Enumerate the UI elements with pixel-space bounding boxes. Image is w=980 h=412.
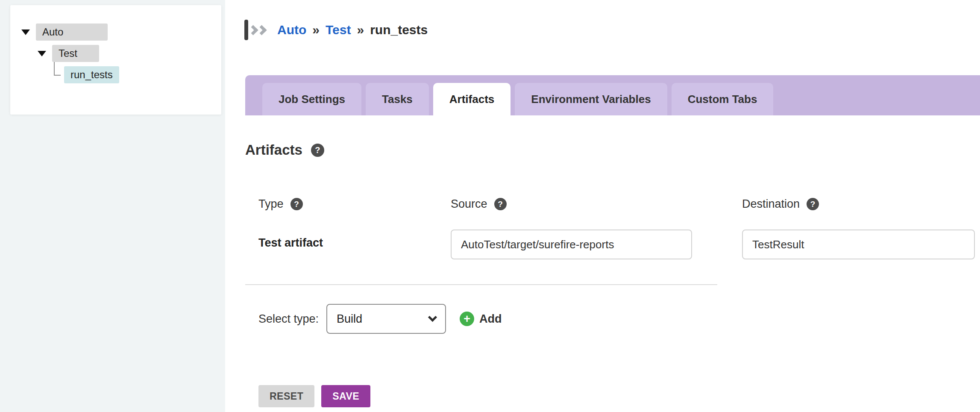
artifact-column-headers: Type ? Source ? Destination ? [245, 197, 980, 211]
column-header-source: Source ? [451, 197, 742, 211]
tree-node-pipeline-label[interactable]: Auto [36, 24, 108, 41]
column-header-destination: Destination ? [742, 197, 980, 211]
artifact-source-cell [451, 230, 742, 259]
artifact-destination-cell [742, 230, 980, 259]
help-icon[interactable]: ? [494, 198, 507, 210]
type-label: Type [258, 197, 284, 211]
tree-node-pipeline: Auto [21, 24, 221, 40]
help-icon[interactable]: ? [311, 144, 324, 157]
form-actions: RESET SAVE [245, 385, 980, 407]
breadcrumb-separator: » [357, 23, 364, 37]
artifact-type-select-wrap: Build [326, 304, 446, 334]
caret-down-icon[interactable] [38, 51, 46, 56]
tab-custom-tabs[interactable]: Custom Tabs [672, 83, 774, 115]
tab-environment-variables[interactable]: Environment Variables [515, 83, 667, 115]
pipeline-tree-region: Auto Test run_tests [0, 0, 225, 412]
help-icon[interactable]: ? [807, 198, 819, 210]
column-header-type: Type ? [258, 197, 451, 211]
artifact-row: Test artifact [245, 230, 980, 259]
source-label: Source [451, 197, 487, 211]
breadcrumb-link-stage[interactable]: Test [326, 23, 351, 37]
save-button[interactable]: SAVE [321, 385, 370, 407]
artifacts-content: Artifacts ? Type ? Source ? Destination … [245, 115, 980, 407]
breadcrumb-separator: » [312, 23, 320, 37]
breadcrumb-current-job: run_tests [370, 23, 428, 37]
caret-down-icon[interactable] [21, 29, 30, 35]
artifacts-section-heading: Artifacts ? [245, 142, 980, 158]
divider [245, 284, 717, 285]
tree-node-stage: Test [38, 45, 221, 62]
tree-node-stage-label[interactable]: Test [52, 45, 99, 62]
fast-forward-icon [244, 20, 265, 40]
main-panel: Auto » Test » run_tests Job Settings Tas… [225, 0, 980, 412]
tab-tasks[interactable]: Tasks [366, 83, 429, 115]
tree-node-job-label[interactable]: run_tests [64, 66, 119, 83]
breadcrumb-link-pipeline[interactable]: Auto [277, 23, 306, 37]
artifact-type-value: Test artifact [258, 230, 323, 250]
destination-label: Destination [742, 197, 800, 211]
tab-bar: Job Settings Tasks Artifacts Environment… [245, 75, 980, 115]
select-type-label: Select type: [258, 312, 319, 326]
add-artifact-row: Select type: Build + Add [245, 304, 980, 334]
add-button-label: Add [479, 312, 502, 326]
help-icon[interactable]: ? [290, 198, 303, 210]
tab-job-settings[interactable]: Job Settings [262, 83, 361, 115]
tree-node-job: run_tests [54, 67, 221, 83]
tab-artifacts[interactable]: Artifacts [433, 83, 511, 115]
artifact-source-input[interactable] [451, 230, 692, 259]
artifacts-heading: Artifacts [245, 142, 302, 158]
add-artifact-button[interactable]: + Add [460, 312, 502, 326]
plus-icon: + [460, 312, 474, 326]
chevron-right-icon [256, 25, 267, 35]
artifact-type-cell: Test artifact [258, 230, 451, 259]
reset-button[interactable]: RESET [258, 385, 314, 407]
artifact-destination-input[interactable] [742, 230, 975, 259]
artifact-type-select[interactable]: Build [326, 304, 446, 334]
pipeline-tree-panel: Auto Test run_tests [10, 5, 221, 115]
tree-connector [54, 62, 61, 76]
breadcrumb: Auto » Test » run_tests [244, 19, 428, 41]
